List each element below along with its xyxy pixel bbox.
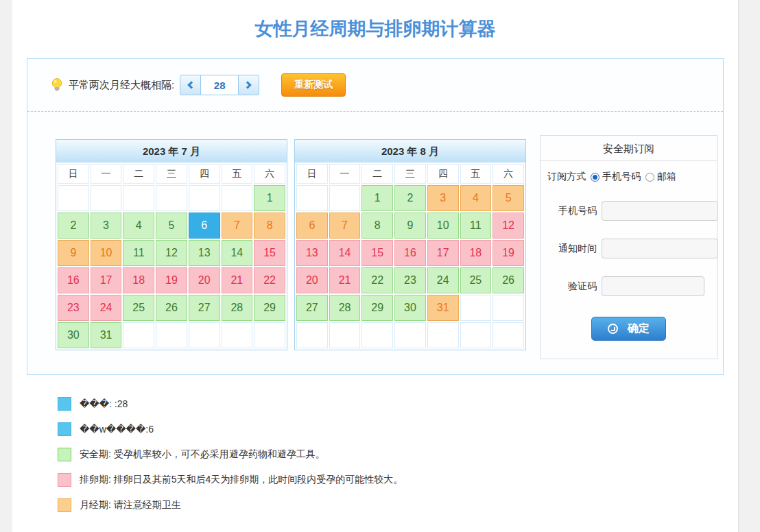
day-cell-empty — [492, 295, 524, 321]
weekday-header: 五 — [222, 164, 253, 184]
submit-row: 确定 — [547, 317, 710, 341]
confirm-button[interactable]: 确定 — [591, 317, 666, 341]
legend-color-swatch — [58, 448, 71, 461]
legend-text: 安全期: 受孕机率较小，可不必采用避孕药物和避孕工具。 — [80, 448, 325, 461]
subscription-title: 安全期订阅 — [541, 136, 717, 161]
day-cell-empty — [296, 322, 328, 348]
day-cell-4: 4 — [123, 213, 154, 239]
day-cell-empty — [156, 185, 187, 211]
legend-item-period-days: ��w����:6 — [58, 422, 738, 436]
day-cell-9: 9 — [394, 213, 426, 239]
day-cell-11: 11 — [460, 213, 492, 239]
day-cell-empty — [189, 322, 220, 348]
day-cell-7: 7 — [222, 213, 253, 239]
radio-email-label[interactable]: 邮箱 — [657, 171, 676, 183]
interval-value-input[interactable] — [201, 75, 238, 95]
day-cell-empty — [329, 185, 361, 211]
calendar-title: 2023 年 8 月 — [295, 140, 525, 162]
day-cell-8: 8 — [254, 213, 285, 239]
calendar-title: 2023 年 7 月 — [56, 140, 287, 162]
day-cell-15: 15 — [254, 240, 285, 266]
calendar-grid: 日一二三四五六123456789101112131415161718192021… — [56, 162, 287, 350]
legend-item-ovulation: 排卵期: 排卵日及其前5天和后4天为排卵期，此时间段内受孕的可能性较大。 — [58, 473, 738, 487]
chevron-right-icon — [244, 81, 252, 88]
day-cell-1: 1 — [254, 185, 285, 211]
day-cell-19: 19 — [156, 267, 187, 293]
weekday-header: 六 — [254, 164, 285, 184]
subscription-method-row: 订阅方式 手机号码 邮箱 — [547, 171, 710, 183]
legend-item-cycle-length: ���: :28 — [58, 397, 738, 411]
subscription-panel: 安全期订阅 订阅方式 手机号码 邮箱 手机号码 通知时间 — [540, 135, 717, 359]
phone-field-row: 手机号码 — [547, 201, 710, 221]
day-cell-20: 20 — [189, 267, 220, 293]
captcha-field-row: 验证码 — [547, 276, 710, 296]
day-cell-empty — [296, 185, 328, 211]
legend-item-menstrual: 月经期: 请注意经期卫生 — [58, 498, 738, 512]
day-cell-25: 25 — [123, 295, 154, 321]
weekday-header: 二 — [123, 164, 154, 184]
day-cell-empty — [361, 322, 393, 348]
day-cell-29: 29 — [254, 295, 285, 321]
page-title: 女性月经周期与排卵期计算器 — [12, 0, 738, 41]
interval-decrease-button[interactable] — [180, 75, 201, 95]
day-cell-2: 2 — [394, 185, 426, 211]
phone-field-label: 手机号码 — [547, 205, 597, 217]
captcha-input[interactable] — [602, 276, 704, 296]
content-row: 2023 年 7 月日一二三四五六12345678910111213141516… — [27, 112, 723, 374]
day-cell-23: 23 — [58, 295, 89, 321]
weekday-header: 五 — [460, 164, 492, 184]
chevron-left-icon — [188, 81, 195, 88]
weekday-header: 四 — [427, 164, 459, 184]
day-cell-12: 12 — [156, 240, 187, 266]
day-cell-8: 8 — [361, 213, 393, 239]
weekday-header: 六 — [492, 164, 524, 184]
notify-time-input[interactable] — [602, 239, 718, 258]
weekday-header: 四 — [189, 164, 220, 184]
day-cell-9: 9 — [58, 240, 89, 266]
calculator-box: 平常两次月经大概相隔: 重新测试 2023 年 7 月日一二三四五六123456… — [27, 58, 724, 375]
day-cell-22: 22 — [361, 267, 393, 293]
weekday-header: 一 — [329, 164, 361, 184]
day-cell-14: 14 — [222, 240, 253, 266]
day-cell-30: 30 — [394, 295, 426, 321]
weekday-header: 日 — [58, 164, 89, 184]
day-cell-20: 20 — [296, 267, 328, 293]
legend-color-swatch — [58, 422, 71, 436]
day-cell-18: 18 — [460, 240, 492, 266]
day-cell-25: 25 — [460, 267, 492, 293]
day-cell-2: 2 — [58, 213, 89, 239]
legend-text: 排卵期: 排卵日及其前5天和后4天为排卵期，此时间段内受孕的可能性较大。 — [80, 474, 403, 486]
confirm-button-label: 确定 — [628, 322, 650, 336]
phone-input[interactable] — [602, 201, 718, 221]
day-cell-6: 6 — [296, 213, 328, 239]
interval-increase-button[interactable] — [238, 75, 259, 95]
day-cell-3: 3 — [427, 185, 459, 211]
day-cell-10: 10 — [91, 240, 122, 266]
radio-phone-label[interactable]: 手机号码 — [602, 171, 641, 183]
day-cell-24: 24 — [91, 295, 122, 321]
radio-email[interactable] — [645, 173, 654, 182]
day-cell-6: 6 — [189, 213, 220, 239]
day-cell-empty — [156, 322, 187, 348]
legend-text: ��w����:6 — [80, 424, 154, 435]
weekday-header: 一 — [91, 164, 122, 184]
radio-phone[interactable] — [591, 173, 599, 182]
day-cell-empty — [123, 322, 154, 348]
day-cell-empty — [58, 185, 89, 211]
weekday-header: 日 — [296, 164, 328, 184]
plus-circle-icon — [608, 324, 618, 334]
weekday-header: 三 — [156, 164, 187, 184]
page-card: 女性月经周期与排卵期计算器 平常两次月经大概相隔: 重新测试 2023 年 7 … — [12, 0, 739, 532]
day-cell-5: 5 — [156, 213, 187, 239]
day-cell-18: 18 — [123, 267, 154, 293]
day-cell-10: 10 — [427, 213, 459, 239]
legend-item-safe: 安全期: 受孕机率较小，可不必采用避孕药物和避孕工具。 — [58, 448, 738, 461]
legend-color-swatch — [58, 473, 71, 487]
day-cell-16: 16 — [394, 240, 426, 266]
calendar-july-2023: 2023 年 7 月日一二三四五六12345678910111213141516… — [56, 139, 287, 350]
notify-time-field-row: 通知时间 — [547, 239, 710, 258]
calendars-area: 2023 年 7 月日一二三四五六12345678910111213141516… — [56, 139, 533, 350]
day-cell-24: 24 — [427, 267, 459, 293]
retest-button[interactable]: 重新测试 — [281, 73, 346, 97]
day-cell-23: 23 — [394, 267, 426, 293]
